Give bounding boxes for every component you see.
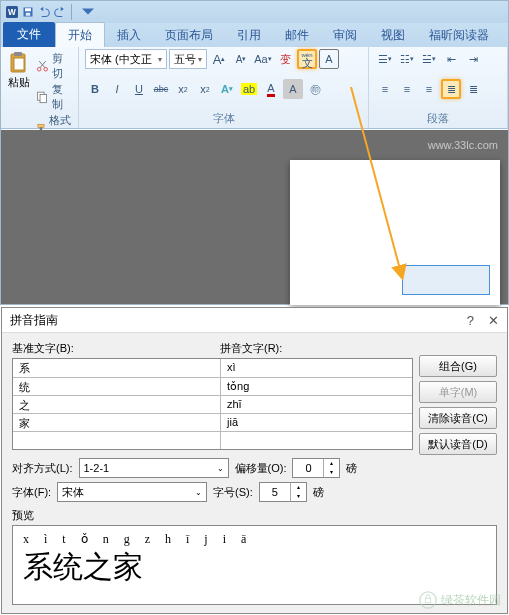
dialog-title: 拼音指南 — [10, 312, 58, 329]
ruby-text-label: 拼音文字(R): — [220, 341, 282, 356]
offset-label: 偏移量(O): — [235, 461, 287, 476]
grow-font-button[interactable]: A▴ — [209, 49, 229, 69]
align-justify-button[interactable]: ≣ — [441, 79, 461, 99]
dialog-close-icon[interactable]: ✕ — [488, 313, 499, 328]
ribbon-tabs: 文件 开始 插入 页面布局 引用 邮件 审阅 视图 福昕阅读器 — [1, 23, 508, 47]
paste-label: 粘贴 — [8, 75, 30, 90]
base-cell[interactable] — [13, 432, 221, 449]
ribbon: 粘贴 剪切 复制 格式刷 剪贴板 宋体 (中文正▾ 五号▾ A▴ A▾ Aa▾ … — [1, 47, 508, 129]
align-label: 对齐方式(L): — [12, 461, 73, 476]
qat-customize-icon[interactable] — [81, 5, 95, 19]
char-shading-button[interactable]: A — [283, 79, 303, 99]
clear-format-button[interactable]: 变 — [275, 49, 295, 69]
offset-unit: 磅 — [346, 461, 357, 476]
svg-point-8 — [37, 67, 41, 71]
align-center-button[interactable]: ≡ — [397, 79, 417, 99]
base-cell[interactable]: 系 — [13, 359, 221, 377]
ruby-cell[interactable]: jiā — [221, 414, 412, 431]
tab-layout[interactable]: 页面布局 — [153, 23, 225, 47]
base-cell[interactable]: 之 — [13, 396, 221, 413]
subscript-button[interactable]: x2 — [173, 79, 193, 99]
ruby-cell[interactable] — [221, 432, 412, 449]
phonetic-guide-button[interactable]: wén文 — [297, 49, 317, 69]
font-select[interactable]: 宋体⌄ — [57, 482, 207, 502]
align-left-button[interactable]: ≡ — [375, 79, 395, 99]
base-cell[interactable]: 家 — [13, 414, 221, 431]
underline-button[interactable]: U — [129, 79, 149, 99]
size-label: 字号(S): — [213, 485, 253, 500]
group-font-title: 字体 — [85, 109, 362, 128]
default-button[interactable]: 默认读音(D) — [419, 433, 497, 455]
italic-button[interactable]: I — [107, 79, 127, 99]
align-select[interactable]: 1-2-1⌄ — [79, 458, 229, 478]
change-case-button[interactable]: Aa▾ — [253, 49, 273, 69]
base-cell[interactable]: 统 — [13, 378, 221, 395]
watermark-brand: 绿茶软件园 — [419, 591, 501, 609]
bold-button[interactable]: B — [85, 79, 105, 99]
group-paragraph-title: 段落 — [375, 109, 501, 128]
save-icon[interactable] — [21, 5, 35, 19]
multilevel-button[interactable]: ☱▾ — [419, 49, 439, 69]
ruby-cell[interactable]: tǒng — [221, 378, 412, 395]
svg-point-9 — [44, 67, 48, 71]
paste-button[interactable]: 粘贴 — [7, 49, 32, 143]
document-area[interactable] — [1, 130, 508, 304]
selection-box — [402, 265, 490, 295]
tab-review[interactable]: 审阅 — [321, 23, 369, 47]
group-button[interactable]: 组合(G) — [419, 355, 497, 377]
word-icon: W — [5, 5, 19, 19]
align-right-button[interactable]: ≡ — [419, 79, 439, 99]
ruby-table: 系xì 统tǒng 之zhī 家jiā — [12, 358, 413, 450]
char-border-button[interactable]: A — [319, 49, 339, 69]
dialog-help-icon[interactable]: ? — [467, 313, 474, 328]
increase-indent-button[interactable]: ⇥ — [463, 49, 483, 69]
preview-label: 预览 — [12, 508, 497, 523]
qat-separator — [71, 4, 77, 20]
font-name-select[interactable]: 宋体 (中文正▾ — [85, 49, 167, 69]
preview-ruby-text: x ì t ǒ n g z h ī j i ā — [23, 532, 486, 547]
svg-rect-7 — [14, 58, 24, 70]
phonetic-guide-dialog: 拼音指南 ? ✕ 基准文字(B): 拼音文字(R): 系xì 统tǒng 之zh… — [1, 307, 508, 614]
document-page[interactable] — [290, 160, 500, 305]
highlight-button[interactable]: ab — [239, 79, 259, 99]
ruby-cell[interactable]: zhī — [221, 396, 412, 413]
tab-file[interactable]: 文件 — [3, 22, 55, 47]
cut-button[interactable]: 剪切 — [36, 51, 72, 81]
dialog-titlebar[interactable]: 拼音指南 ? ✕ — [2, 308, 507, 333]
tab-home[interactable]: 开始 — [55, 22, 105, 47]
undo-icon[interactable] — [37, 5, 51, 19]
tab-foxit[interactable]: 福昕阅读器 — [417, 23, 501, 47]
align-distribute-button[interactable]: ≣ — [463, 79, 483, 99]
font-size-select[interactable]: 五号▾ — [169, 49, 207, 69]
font-color-button[interactable]: A — [261, 79, 281, 99]
redo-icon[interactable] — [53, 5, 67, 19]
group-clipboard: 粘贴 剪切 复制 格式刷 剪贴板 — [1, 47, 79, 128]
shrink-font-button[interactable]: A▾ — [231, 49, 251, 69]
svg-rect-6 — [14, 52, 22, 56]
watermark-url: www.33lc.com — [428, 139, 498, 151]
tab-references[interactable]: 引用 — [225, 23, 273, 47]
ruby-cell[interactable]: xì — [221, 359, 412, 377]
quick-access-toolbar: W — [1, 1, 508, 23]
font-label: 字体(F): — [12, 485, 51, 500]
clear-button[interactable]: 清除读音(C) — [419, 407, 497, 429]
tab-view[interactable]: 视图 — [369, 23, 417, 47]
svg-text:W: W — [8, 8, 16, 17]
text-effects-button[interactable]: A▾ — [217, 79, 237, 99]
enclose-char-button[interactable]: ㊞ — [305, 79, 325, 99]
svg-rect-11 — [40, 95, 46, 103]
preview-han-text: 系统之家 — [23, 547, 486, 588]
tab-mail[interactable]: 邮件 — [273, 23, 321, 47]
numbering-button[interactable]: ☷▾ — [397, 49, 417, 69]
bullets-button[interactable]: ☰▾ — [375, 49, 395, 69]
strike-button[interactable]: abc — [151, 79, 171, 99]
svg-rect-12 — [38, 124, 44, 127]
decrease-indent-button[interactable]: ⇤ — [441, 49, 461, 69]
tab-insert[interactable]: 插入 — [105, 23, 153, 47]
group-paragraph: ☰▾ ☷▾ ☱▾ ⇤ ⇥ ≡ ≡ ≡ ≣ ≣ 段落 — [369, 47, 508, 128]
superscript-button[interactable]: x2 — [195, 79, 215, 99]
size-spin[interactable]: ▴▾ — [259, 482, 307, 502]
offset-spin[interactable]: ▴▾ — [292, 458, 340, 478]
copy-button[interactable]: 复制 — [36, 82, 72, 112]
svg-rect-4 — [26, 13, 31, 16]
